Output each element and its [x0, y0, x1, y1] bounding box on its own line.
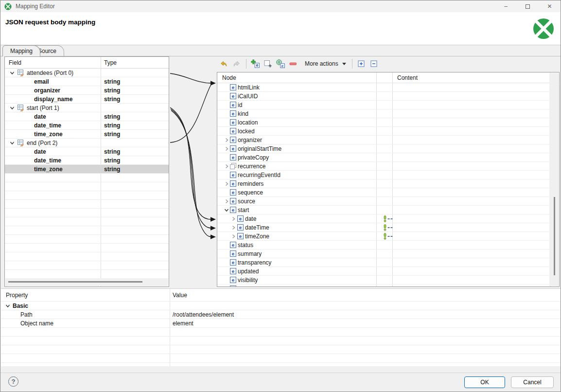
remove-button[interactable] [287, 58, 299, 70]
record-icon [17, 70, 24, 76]
help-button[interactable]: ? [8, 376, 18, 387]
field-row[interactable]: organizerstring [5, 86, 169, 95]
tree-row[interactable]: esummary [217, 249, 550, 258]
chevron-right-icon[interactable] [224, 181, 229, 187]
field-row[interactable]: datestring [5, 147, 169, 156]
add-element-button[interactable]: e [249, 58, 261, 70]
add-global-element-button[interactable]: e [275, 58, 286, 70]
horizontal-scrollbar[interactable] [5, 278, 168, 286]
column-header-value: Value [173, 292, 187, 299]
element-icon: e [230, 189, 236, 196]
field-row[interactable]: time_zonestring [5, 165, 169, 174]
undo-button[interactable] [218, 58, 229, 70]
field-row[interactable]: date_timestring [5, 156, 169, 165]
tree-row[interactable]: ereminders [217, 179, 550, 188]
field-label: date [34, 148, 46, 155]
horizontal-scrollbar-thumb[interactable] [8, 281, 142, 283]
element-icon: e [230, 277, 236, 283]
tree-row[interactable]: eorganizer [217, 136, 550, 144]
close-button[interactable]: ✕ [539, 0, 561, 12]
field-row[interactable]: datestring [5, 112, 169, 121]
field-row[interactable]: end (Port 2) [5, 139, 169, 147]
minimize-button[interactable]: – [495, 0, 517, 12]
field-label: date_time [34, 157, 61, 164]
tree-row[interactable]: estart [217, 206, 550, 214]
field-label: date_time [34, 122, 61, 129]
chevron-right-icon[interactable] [230, 233, 236, 239]
chevron-down-icon[interactable] [5, 303, 11, 309]
maximize-button[interactable] [517, 0, 539, 12]
tree-row[interactable]: elocation [217, 118, 550, 127]
chevron-down-icon[interactable] [224, 207, 229, 213]
property-value: element [173, 320, 193, 327]
tree-row[interactable]: esource [217, 197, 550, 206]
tree-row[interactable]: eid [217, 101, 550, 109]
chevron-down-icon[interactable] [9, 140, 15, 146]
tree-row[interactable]: etransparency [217, 258, 550, 267]
vertical-scrollbar[interactable] [549, 73, 559, 286]
field-row[interactable]: start (Port 1) [5, 104, 169, 112]
tree-row[interactable]: etimeZone [217, 232, 550, 241]
tree-row[interactable]: recurrence [217, 162, 550, 171]
collapse-all-button[interactable] [368, 58, 380, 70]
chevron-right-icon[interactable] [230, 225, 236, 231]
tree-row[interactable]: elocked [217, 127, 550, 136]
property-group-label: Basic [13, 303, 28, 309]
redo-button[interactable] [230, 58, 242, 70]
properties-header: Property Value [1, 289, 561, 302]
chevron-right-icon[interactable] [224, 198, 229, 204]
property-row[interactable]: Basic [1, 302, 561, 310]
field-row[interactable]: emailstring [5, 77, 169, 86]
tree-row[interactable]: eupdated [217, 267, 550, 276]
field-row[interactable]: attendees (Port 0) [5, 69, 169, 77]
tree-row[interactable]: edateTime [217, 223, 550, 232]
arrow-start-timezone [171, 110, 211, 237]
tree-row[interactable]: eprivateCopy [217, 153, 550, 162]
field-type: string [104, 122, 120, 129]
node-tree-table: Node Content ehtmlLinkeiCalUIDeidekindel… [217, 72, 560, 287]
tree-row[interactable]: eiCalUID [217, 92, 550, 101]
title-bar: Mapping Editor – ✕ [0, 0, 561, 12]
tree-row[interactable]: estatus [217, 241, 550, 249]
column-header-field: Field [9, 59, 21, 66]
tree-row[interactable]: esequence [217, 188, 550, 197]
property-row[interactable]: Path/root/attendees/element [1, 310, 561, 319]
vertical-scrollbar-thumb[interactable] [554, 197, 555, 275]
tree-row[interactable]: edate [217, 214, 550, 223]
tree-row[interactable]: eoriginalStartTime [217, 144, 550, 153]
chevron-right-icon[interactable] [224, 146, 229, 152]
field-row[interactable]: display_namestring [5, 95, 169, 104]
port-label: attendees (Port 0) [27, 70, 73, 76]
tree-row[interactable]: evisibility [217, 276, 550, 285]
chevron-right-icon[interactable] [224, 137, 229, 143]
mapping-editor-dialog: Mapping Editor – ✕ JSON request body map… [0, 0, 561, 392]
more-actions-button[interactable]: More actions [300, 59, 349, 68]
tree-row[interactable]: ekind [217, 109, 550, 118]
empty-row [5, 261, 169, 270]
ok-button[interactable]: OK [464, 376, 505, 388]
arrow-attendees [170, 73, 211, 83]
chevron-right-icon[interactable] [224, 163, 229, 169]
field-row[interactable]: date_timestring [5, 121, 169, 130]
chevron-down-icon [342, 63, 346, 65]
element-icon: e [230, 242, 236, 248]
tree-row[interactable]: erecurringEventId [217, 171, 550, 179]
chevron-down-icon[interactable] [9, 105, 15, 111]
arrow-start-datetime [171, 109, 211, 228]
svg-text:e: e [232, 111, 234, 116]
tree-row[interactable]: eworkingLocationProperties [217, 285, 550, 287]
tab-mapping[interactable]: Mapping [2, 45, 40, 56]
chevron-down-icon[interactable] [9, 70, 15, 76]
chevron-right-icon[interactable] [230, 216, 236, 222]
property-row[interactable]: Object nameelement [1, 319, 561, 328]
cancel-button[interactable]: Cancel [511, 376, 554, 388]
svg-text:e: e [232, 268, 234, 274]
field-row[interactable]: time_zonestring [5, 130, 169, 139]
svg-text:e: e [232, 277, 234, 283]
add-object-button[interactable] [262, 58, 274, 70]
field-label: display_name [34, 96, 72, 103]
node-label: date [245, 215, 256, 222]
svg-text:e: e [256, 63, 258, 68]
tree-row[interactable]: ehtmlLink [217, 83, 550, 92]
expand-all-button[interactable] [355, 58, 367, 70]
